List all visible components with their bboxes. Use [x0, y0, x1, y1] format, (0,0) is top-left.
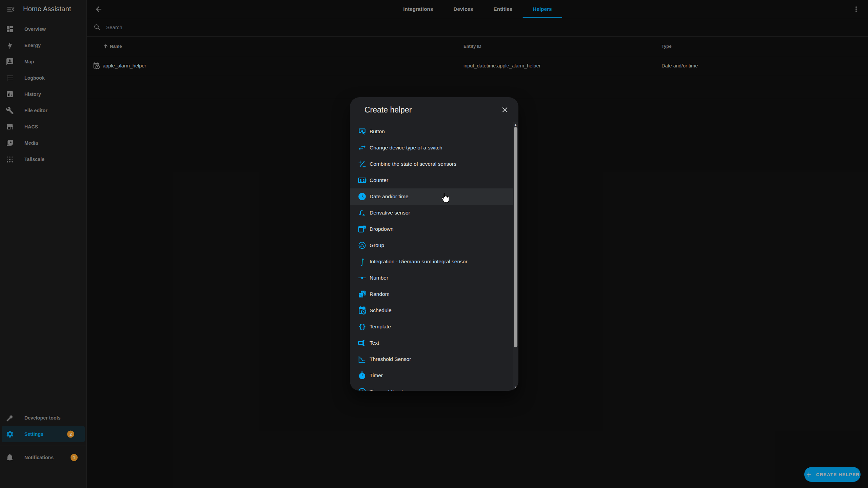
- helper-item-label: Random: [370, 291, 390, 297]
- chevron-right-icon: [498, 372, 505, 379]
- helper-item-combine-the-state-of-several-sensors[interactable]: Combine the state of several sensors: [350, 156, 513, 172]
- calendar-clock-icon: [358, 306, 367, 315]
- home-assistant-app: Home Assistant Overview Energy Map: [0, 0, 868, 488]
- chevron-right-icon: [498, 323, 505, 330]
- dialog-header: Create helper: [350, 97, 518, 123]
- helper-item-date-and-or-time[interactable]: Date and/or time: [350, 188, 513, 205]
- function-icon: fx: [358, 208, 367, 217]
- helper-item-label: Schedule: [370, 307, 392, 313]
- group-icon: [358, 241, 367, 250]
- svg-text:{}: {}: [358, 323, 366, 330]
- helper-item-counter[interactable]: 123 Counter: [350, 172, 513, 188]
- svg-text:∫: ∫: [360, 257, 364, 266]
- chevron-right-icon: [498, 144, 505, 151]
- helper-item-label: Text: [370, 340, 379, 346]
- chevron-right-icon: [498, 388, 505, 391]
- plus-minus-icon: [358, 160, 367, 168]
- chevron-right-icon: [498, 193, 505, 200]
- helper-item-label: Number: [370, 275, 388, 281]
- helper-item-label: Date and/or time: [370, 194, 409, 200]
- helper-item-label: Timer: [370, 372, 383, 379]
- helper-item-label: Derivative sensor: [370, 210, 410, 216]
- chevron-right-icon: [498, 160, 505, 168]
- helper-item-dropdown[interactable]: Dropdown: [350, 221, 513, 237]
- helper-item-label: Times of the day: [370, 389, 408, 391]
- chevron-right-icon: [498, 355, 505, 363]
- helper-item-label: Threshold Sensor: [370, 356, 411, 362]
- chevron-right-icon: [498, 177, 505, 184]
- helper-item-times-of-the-day[interactable]: Times of the day: [350, 384, 513, 391]
- helper-item-threshold-sensor[interactable]: Threshold Sensor: [350, 351, 513, 367]
- helper-item-schedule[interactable]: Schedule: [350, 302, 513, 319]
- code-braces-icon: {}: [358, 322, 367, 331]
- chevron-right-icon: [498, 339, 505, 347]
- scrollbar-thumb[interactable]: [514, 127, 517, 347]
- helper-item-timer[interactable]: Timer: [350, 367, 513, 384]
- helper-item-label: Group: [370, 242, 384, 248]
- helper-type-list: Button Change device type of a switch Co…: [350, 123, 513, 391]
- clock-icon: [358, 192, 367, 201]
- chevron-right-icon: [498, 209, 505, 217]
- threshold-icon: [358, 355, 367, 364]
- counter-icon: 123: [358, 176, 367, 185]
- dice-icon: [358, 290, 367, 299]
- helper-item-label: Button: [370, 128, 385, 135]
- helper-item-label: Change device type of a switch: [370, 145, 442, 151]
- dialog-title: Create helper: [364, 105, 412, 115]
- helper-item-integration-riemann-sum-integral-sensor[interactable]: ∫ Integration - Riemann sum integral sen…: [350, 253, 513, 270]
- svg-text:23: 23: [363, 179, 367, 182]
- helper-item-text[interactable]: Text: [350, 335, 513, 351]
- chevron-right-icon: [498, 225, 505, 233]
- helper-item-label: Combine the state of several sensors: [370, 161, 456, 167]
- helper-item-label: Template: [370, 324, 391, 330]
- dropdown-icon: [358, 225, 367, 233]
- chevron-right-icon: [498, 290, 505, 298]
- clock-outline-icon: [358, 387, 367, 391]
- form-textbox-icon: [358, 339, 367, 347]
- timer-icon: [358, 371, 367, 380]
- scrollbar-up-arrow[interactable]: ▲: [513, 123, 518, 126]
- helper-item-random[interactable]: Random: [350, 286, 513, 302]
- helper-item-label: Dropdown: [370, 226, 394, 232]
- chevron-right-icon: [498, 258, 505, 265]
- helper-item-label: Integration - Riemann sum integral senso…: [370, 259, 468, 265]
- chevron-right-icon: [498, 128, 505, 135]
- svg-text:1: 1: [359, 179, 361, 182]
- close-icon[interactable]: [500, 105, 509, 114]
- chevron-right-icon: [498, 307, 505, 314]
- helper-item-change-device-type-of-a-switch[interactable]: Change device type of a switch: [350, 140, 513, 156]
- helper-item-template[interactable]: {} Template: [350, 319, 513, 335]
- chevron-right-icon: [498, 242, 505, 249]
- helper-item-group[interactable]: Group: [350, 237, 513, 253]
- helper-item-label: Counter: [370, 177, 388, 183]
- helper-item-button[interactable]: Button: [350, 123, 513, 140]
- create-helper-dialog: Create helper Button Change device type …: [350, 97, 518, 391]
- gesture-tap-button-icon: [358, 127, 367, 136]
- ray-vertex-icon: [358, 273, 367, 282]
- dialog-scrollbar[interactable]: ▲ ▼: [513, 122, 518, 391]
- chevron-right-icon: [498, 274, 505, 282]
- integral-icon: ∫: [358, 257, 367, 266]
- svg-text:x: x: [362, 212, 365, 217]
- helper-item-derivative-sensor[interactable]: fx Derivative sensor: [350, 205, 513, 221]
- helper-item-number[interactable]: Number: [350, 270, 513, 286]
- swap-horizontal-icon: [358, 143, 367, 152]
